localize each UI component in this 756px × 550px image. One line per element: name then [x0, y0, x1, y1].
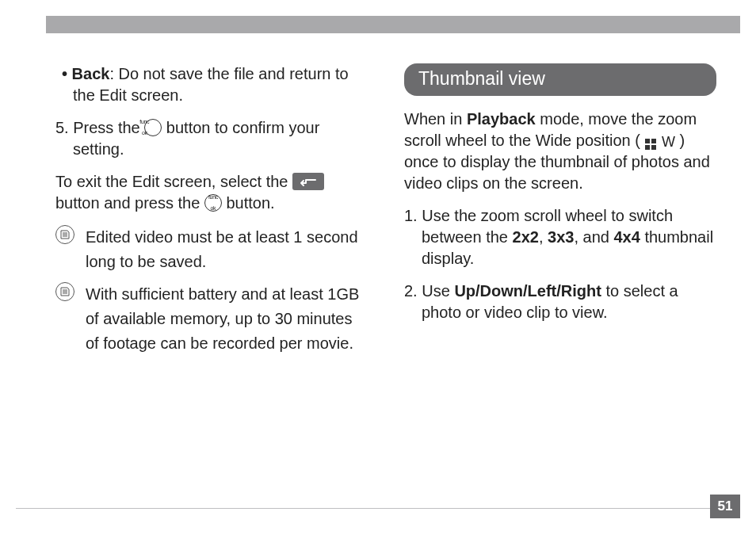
section-heading: Thumbnail view: [404, 63, 716, 96]
notes-block: Edited video must be at least 1 second l…: [55, 225, 368, 356]
exit-paragraph: To exit the Edit screen, select the butt…: [55, 171, 368, 214]
s1-4x4: 4x4: [613, 228, 640, 246]
thumbnail-grid-icon: [644, 135, 657, 147]
svg-rect-3: [651, 145, 656, 150]
page-number: 51: [718, 498, 733, 514]
step-5-number: 5.: [55, 119, 69, 136]
exit-text-b: button and press the: [55, 194, 204, 212]
note-2: With sufficient battery and at least 1GB…: [55, 282, 368, 356]
svg-rect-1: [651, 139, 656, 143]
page-number-box: 51: [710, 495, 740, 518]
note-2-text: With sufficient battery and at least 1GB…: [86, 282, 368, 356]
svg-rect-2: [645, 145, 650, 150]
back-desc: : Do not save the file and return to the…: [73, 65, 349, 104]
note-icon: [55, 282, 74, 301]
intro-a: When in: [404, 110, 467, 128]
thumb-step-1: 1. Use the zoom scroll wheel to switch b…: [404, 205, 716, 269]
back-arrow-icon: [292, 173, 324, 190]
header-bar: [46, 16, 740, 33]
section-heading-text: Thumbnail view: [418, 68, 545, 89]
s1-sep2: , and: [574, 228, 613, 246]
step-5: 5. Press the funcok button to confirm yo…: [55, 117, 368, 160]
note-1-text: Edited video must be at least 1 second l…: [86, 225, 368, 274]
s2-dirs: Up/Down/Left/Right: [454, 282, 601, 300]
thumbnail-intro: When in Playback mode, move the zoom scr…: [404, 109, 716, 194]
thumb-step-2: 2. Use Up/Down/Left/Right to select a ph…: [404, 281, 716, 323]
wide-letter: W: [662, 134, 675, 150]
exit-text-c: button.: [226, 194, 274, 212]
right-column: Thumbnail view When in Playback mode, mo…: [404, 63, 716, 356]
footer-rule: [16, 508, 710, 509]
note-1: Edited video must be at least 1 second l…: [55, 225, 368, 274]
intro-playback: Playback: [467, 110, 536, 128]
thumb-step-1-number: 1.: [404, 207, 418, 224]
back-bullet: Back: Do not save the file and return to…: [55, 63, 368, 106]
func-ok-icon: funcok: [144, 119, 162, 136]
back-label: Back: [72, 65, 110, 82]
svg-rect-0: [645, 139, 650, 143]
func-ok-icon: funcok: [204, 194, 222, 212]
thumb-step-2-number: 2.: [404, 282, 418, 300]
s1-2x2: 2x2: [513, 228, 539, 246]
left-column: Back: Do not save the file and return to…: [55, 63, 368, 356]
content-columns: Back: Do not save the file and return to…: [55, 63, 716, 356]
s1-3x3: 3x3: [548, 228, 574, 246]
exit-text-a: To exit the Edit screen, select the: [55, 173, 292, 190]
note-icon: [55, 225, 74, 244]
s1-sep1: ,: [539, 228, 548, 246]
step-5-text-a: Press the: [73, 119, 144, 136]
s2-a: Use: [422, 282, 454, 300]
